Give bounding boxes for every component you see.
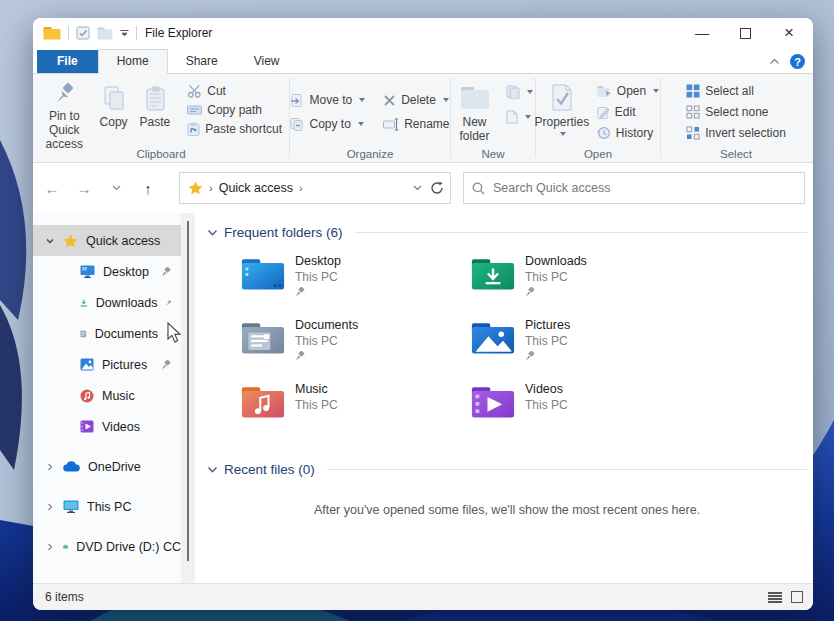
dropdown-arrow-icon [443, 98, 449, 102]
sidebar-item-videos[interactable]: Videos [33, 411, 181, 442]
maximize-icon[interactable] [740, 28, 751, 39]
ribbon: Pin to Quick access Copy Paste Cut [33, 74, 813, 163]
group-label-select: Select [661, 148, 811, 160]
tab-home[interactable]: Home [98, 49, 168, 74]
items-view: Frequent folders (6) Desktop This PC [195, 213, 813, 583]
folder-tile-videos[interactable]: Videos This PC [471, 382, 701, 446]
new-folder-button[interactable]: New folder [451, 80, 499, 146]
copy-to-button[interactable]: Copy to [287, 116, 368, 132]
folder-icon[interactable] [97, 27, 113, 40]
tab-file[interactable]: File [37, 50, 98, 73]
titlebar[interactable]: File Explorer — × [33, 18, 813, 48]
details-view-icon[interactable] [768, 592, 782, 603]
sidebar-scrollbar[interactable] [181, 213, 195, 583]
sidebar-item-music[interactable]: Music [33, 380, 181, 411]
invert-selection-button[interactable]: Invert selection [683, 125, 789, 141]
documents-folder-icon [241, 318, 285, 359]
tile-location: This PC [295, 270, 341, 286]
button-label: Copy [100, 116, 128, 130]
folder-tile-documents[interactable]: Documents This PC [241, 318, 471, 382]
copy-button[interactable]: Copy [96, 80, 132, 146]
sidebar-item-documents[interactable]: Documents [33, 318, 181, 349]
chevron-right-icon[interactable] [45, 502, 55, 512]
frequent-folders-header[interactable]: Frequent folders (6) [207, 225, 807, 240]
copy-pages-icon [101, 82, 127, 114]
refresh-icon[interactable] [430, 181, 444, 195]
forward-arrow-icon[interactable]: → [71, 175, 97, 201]
open-button[interactable]: Open [594, 83, 662, 99]
help-icon[interactable]: ? [790, 54, 805, 69]
collapse-ribbon-icon[interactable] [769, 58, 780, 65]
delete-button[interactable]: Delete [380, 92, 452, 108]
pin-icon [525, 287, 535, 297]
folder-tile-desktop[interactable]: Desktop This PC [241, 254, 471, 318]
tab-share[interactable]: Share [168, 50, 236, 73]
button-label: Pin to Quick access [41, 110, 88, 151]
recent-files-header[interactable]: Recent files (0) [207, 462, 807, 477]
mouse-cursor [167, 322, 183, 344]
tile-name: Downloads [525, 254, 587, 270]
button-label: Cut [207, 84, 226, 98]
select-none-icon [686, 105, 700, 119]
button-label: Edit [615, 105, 636, 119]
edit-button[interactable]: Edit [594, 104, 662, 120]
dropdown-arrow-icon [525, 115, 531, 119]
breadcrumb-location[interactable]: Quick access [219, 181, 293, 195]
chevron-down-icon[interactable] [45, 236, 55, 246]
search-box[interactable] [463, 172, 805, 204]
tab-view[interactable]: View [236, 50, 298, 73]
dropdown-arrow-icon [560, 132, 566, 136]
copy-path-button[interactable]: Copy path [184, 102, 285, 118]
paste-button[interactable]: Paste [136, 80, 175, 146]
dropdown-arrow-icon [359, 98, 365, 102]
music-folder-icon [241, 382, 285, 423]
pin-to-quick-access-button[interactable]: Pin to Quick access [37, 80, 92, 146]
properties-button[interactable]: Properties [534, 80, 590, 146]
documents-icon [80, 327, 87, 341]
sidebar-item-quick-access[interactable]: Quick access [33, 225, 181, 256]
sidebar-item-this-pc[interactable]: This PC [33, 491, 181, 522]
folder-tile-music[interactable]: Music This PC [241, 382, 471, 446]
new-item-button[interactable] [503, 84, 536, 100]
minimize-icon[interactable]: — [694, 25, 710, 41]
chevron-right-icon[interactable] [45, 462, 55, 472]
paste-shortcut-button[interactable]: Paste shortcut [184, 121, 285, 137]
scrollbar-thumb[interactable] [187, 221, 189, 561]
recent-files-empty-message: After you've opened some files, we'll sh… [207, 503, 807, 517]
history-button[interactable]: History [594, 125, 662, 141]
cut-button[interactable]: Cut [184, 83, 285, 99]
sidebar-item-pictures[interactable]: Pictures [33, 349, 181, 380]
tile-location: This PC [295, 334, 358, 350]
move-to-button[interactable]: Move to [287, 92, 368, 108]
chevron-down-icon[interactable] [207, 466, 218, 474]
quick-access-star-icon [63, 234, 78, 248]
qat-dropdown-icon[interactable] [120, 30, 129, 36]
select-none-button[interactable]: Select none [683, 104, 789, 120]
sidebar-item-desktop[interactable]: Desktop [33, 256, 181, 287]
back-arrow-icon[interactable]: ← [39, 175, 65, 201]
chevron-down-icon[interactable] [207, 229, 218, 237]
sidebar-item-downloads[interactable]: Downloads [33, 287, 181, 318]
breadcrumb-chevron-icon[interactable]: › [299, 182, 303, 194]
folder-tile-downloads[interactable]: Downloads This PC [471, 254, 701, 318]
close-icon[interactable]: × [781, 25, 797, 41]
folder-tile-pictures[interactable]: Pictures This PC [471, 318, 701, 382]
sidebar-item-dvd-drive[interactable]: DVD Drive (D:) CC [33, 531, 181, 562]
select-all-button[interactable]: Select all [683, 83, 789, 99]
open-icon [597, 85, 612, 98]
thumbnail-view-icon[interactable] [791, 591, 803, 603]
chevron-right-icon[interactable] [45, 542, 55, 552]
sidebar-item-label: Music [102, 389, 135, 403]
address-bar[interactable]: › Quick access › [179, 172, 451, 204]
up-arrow-icon[interactable]: ↑ [135, 175, 161, 201]
sidebar-item-onedrive[interactable]: OneDrive [33, 451, 181, 482]
search-input[interactable] [493, 181, 796, 195]
address-dropdown-icon[interactable] [413, 185, 422, 191]
easy-access-button[interactable] [503, 109, 536, 125]
recent-locations-chevron-icon[interactable] [103, 175, 129, 201]
checkbox-icon[interactable] [76, 26, 90, 40]
breadcrumb-chevron-icon: › [209, 182, 213, 194]
sidebar-item-label: Videos [102, 420, 140, 434]
sidebar-item-label: This PC [87, 500, 131, 514]
rename-button[interactable]: Rename [380, 116, 452, 132]
